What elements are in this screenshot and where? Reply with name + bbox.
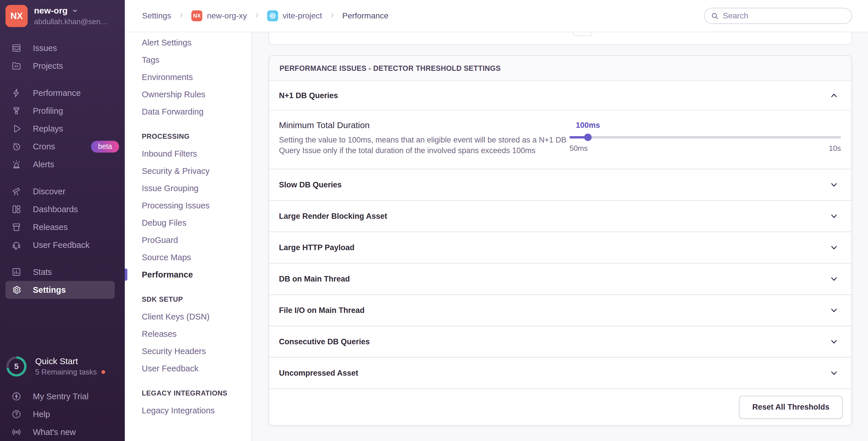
accordion-row-large-render-blocking-asset[interactable]: Large Render Blocking Asset xyxy=(269,200,851,231)
slider-max-label: 10s xyxy=(829,144,841,153)
nav-item-legacy-integrations[interactable]: Legacy Integrations xyxy=(125,402,252,419)
nav-item-proguard[interactable]: ProGuard xyxy=(125,231,252,249)
nav-item-security-privacy[interactable]: Security & Privacy xyxy=(125,162,252,180)
row-label: Uncompressed Asset xyxy=(279,369,358,378)
sidebar-item-alerts[interactable]: Alerts xyxy=(0,156,125,173)
primary-sidebar: NX new-org abdullah.khan@sen… Issues Pro… xyxy=(0,0,125,441)
nav-item-tags[interactable]: Tags xyxy=(125,51,252,69)
org-badge: NX xyxy=(191,10,202,21)
sidebar-item-discover[interactable]: Discover xyxy=(0,182,125,200)
sidebar-item-label: Help xyxy=(33,410,50,419)
nav-item-issue-grouping[interactable]: Issue Grouping xyxy=(125,180,252,197)
nav-item-processing-issues[interactable]: Processing Issues xyxy=(125,197,252,214)
nav-item-alert-settings[interactable]: Alert Settings xyxy=(125,34,252,51)
previous-card-bottom xyxy=(269,32,852,45)
accordion-row-n1-db-queries[interactable]: N+1 DB Queries xyxy=(269,81,851,110)
collapse-handle[interactable] xyxy=(573,32,592,36)
lightning-icon xyxy=(11,88,21,98)
nav-item-environments[interactable]: Environments xyxy=(125,69,252,86)
setting-description: Setting the value to 100ms, means that a… xyxy=(279,135,569,156)
chevron-down-icon xyxy=(71,7,79,14)
primary-nav: Issues Projects Performance Profiling Re… xyxy=(0,39,125,299)
sidebar-item-settings[interactable]: Settings xyxy=(5,281,115,299)
sidebar-item-releases[interactable]: Releases xyxy=(0,218,125,236)
flashlight-icon xyxy=(11,106,21,116)
sidebar-item-performance[interactable]: Performance xyxy=(0,84,125,102)
sidebar-item-whats-new[interactable]: What's new xyxy=(0,423,125,441)
chevron-right-icon xyxy=(254,11,260,21)
sidebar-footer: My Sentry Trial Help What's new xyxy=(0,387,125,441)
nav-item-data-forwarding[interactable]: Data Forwarding xyxy=(125,103,252,120)
lightning-circle-icon xyxy=(11,392,21,401)
nav-item-releases[interactable]: Releases xyxy=(125,325,252,343)
reset-all-thresholds-button[interactable]: Reset All Thresholds xyxy=(739,396,843,419)
sentry-settings-app: NX new-org abdullah.khan@sen… Issues Pro… xyxy=(0,0,868,441)
search-box[interactable] xyxy=(704,8,852,24)
react-logo-icon xyxy=(267,10,278,21)
row-label: N+1 DB Queries xyxy=(279,91,338,100)
sidebar-item-label: Settings xyxy=(33,285,66,295)
breadcrumb-project[interactable]: vite-project xyxy=(267,10,322,21)
nav-item-debug-files[interactable]: Debug Files xyxy=(125,214,252,231)
chevron-down-icon xyxy=(829,369,839,378)
accordion-row-uncompressed-asset[interactable]: Uncompressed Asset xyxy=(269,357,851,388)
slider-min-label: 50ms xyxy=(569,144,588,153)
accordion-row-slow-db-queries[interactable]: Slow DB Queries xyxy=(269,169,851,200)
search-input[interactable] xyxy=(723,11,845,21)
slider-thumb[interactable] xyxy=(584,134,592,141)
sidebar-item-dashboards[interactable]: Dashboards xyxy=(0,200,125,218)
slider-value: 100ms xyxy=(576,121,600,130)
sidebar-item-user-feedback[interactable]: User Feedback xyxy=(0,236,125,254)
quickstart-subtitle: 5 Remaining tasks xyxy=(35,368,97,376)
accordion-row-large-http-payload[interactable]: Large HTTP Payload xyxy=(269,231,851,263)
sidebar-item-label: Issues xyxy=(33,43,57,53)
sidebar-item-stats[interactable]: Stats xyxy=(0,263,125,281)
breadcrumb-organization[interactable]: NX new-org-xy xyxy=(191,10,247,21)
accordion-row-consecutive-db-queries[interactable]: Consecutive DB Queries xyxy=(269,326,851,357)
quickstart-progress-ring: 5 xyxy=(6,357,27,376)
sidebar-item-issues[interactable]: Issues xyxy=(0,39,125,57)
telescope-icon xyxy=(11,186,21,196)
org-switcher[interactable]: NX new-org abdullah.khan@sen… xyxy=(0,0,125,27)
nav-item-security-headers[interactable]: Security Headers xyxy=(125,343,252,360)
nav-item-performance[interactable]: Performance xyxy=(125,266,252,283)
accordion-row-db-on-main-thread[interactable]: DB on Main Thread xyxy=(269,263,851,294)
nav-group-gap xyxy=(0,173,125,182)
sidebar-item-label: Replays xyxy=(33,124,63,134)
nav-item-user-feedback[interactable]: User Feedback xyxy=(125,360,252,377)
nav-item-ownership-rules[interactable]: Ownership Rules xyxy=(125,86,252,103)
slider-track[interactable] xyxy=(569,133,841,142)
issues-icon xyxy=(11,43,21,53)
duration-slider: 100ms 50ms 10s xyxy=(569,120,841,156)
nav-section-legacy-integrations: LEGACY INTEGRATIONS xyxy=(125,384,252,402)
sidebar-item-label: What's new xyxy=(33,428,76,437)
n1-db-queries-settings: Minimum Total Duration Setting the value… xyxy=(269,110,851,169)
panel-title: PERFORMANCE ISSUES - DETECTOR THRESHOLD … xyxy=(269,56,851,81)
accordion-row-file-io-on-main-thread[interactable]: File I/O on Main Thread xyxy=(269,294,851,326)
sidebar-item-label: Releases xyxy=(33,223,68,232)
org-email: abdullah.khan@sen… xyxy=(34,17,108,26)
org-name: new-org xyxy=(34,6,68,15)
sidebar-item-projects[interactable]: Projects xyxy=(0,57,125,75)
sidebar-item-profiling[interactable]: Profiling xyxy=(0,102,125,120)
row-label: File I/O on Main Thread xyxy=(279,306,365,315)
clock-icon xyxy=(11,142,21,151)
main-content: PERFORMANCE ISSUES - DETECTOR THRESHOLD … xyxy=(252,32,868,441)
chevron-right-icon xyxy=(329,11,336,21)
row-label: DB on Main Thread xyxy=(279,275,350,283)
nav-item-client-keys[interactable]: Client Keys (DSN) xyxy=(125,308,252,325)
setting-label: Minimum Total Duration xyxy=(279,120,569,130)
sidebar-item-crons[interactable]: Crons beta xyxy=(0,138,125,156)
nav-section-sdk-setup: SDK SETUP xyxy=(125,291,252,308)
sidebar-item-label: User Feedback xyxy=(33,240,90,250)
sidebar-item-help[interactable]: Help xyxy=(0,405,125,423)
nav-item-source-maps[interactable]: Source Maps xyxy=(125,249,252,266)
sidebar-item-replays[interactable]: Replays xyxy=(0,120,125,138)
quickstart-widget[interactable]: 5 Quick Start 5 Remaining tasks xyxy=(6,357,105,376)
breadcrumb-settings[interactable]: Settings xyxy=(142,11,171,21)
nav-item-inbound-filters[interactable]: Inbound Filters xyxy=(125,145,252,162)
sidebar-item-trial[interactable]: My Sentry Trial xyxy=(0,387,125,405)
sidebar-item-label: Crons xyxy=(33,142,55,151)
card-footer: Reset All Thresholds xyxy=(269,388,851,425)
org-avatar: NX xyxy=(5,5,28,27)
